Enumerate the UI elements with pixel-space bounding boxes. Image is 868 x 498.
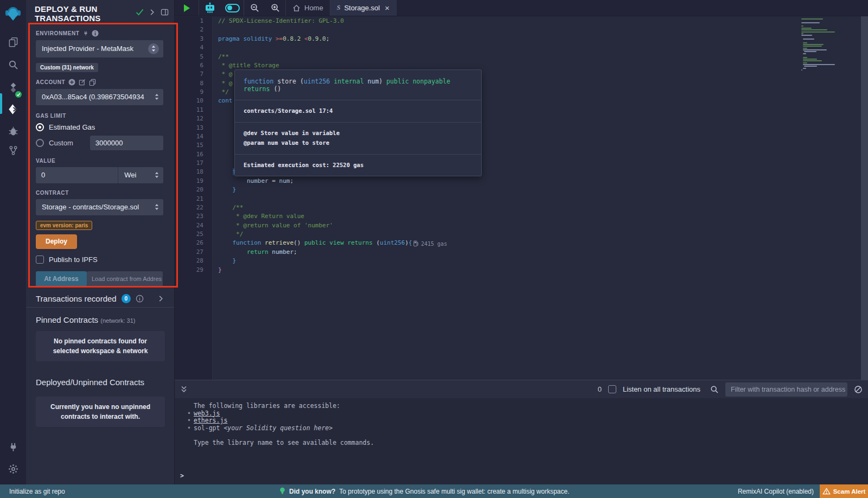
deploy-run-icon[interactable] [0, 99, 26, 119]
account-stepper-icon [155, 94, 159, 100]
unpinned-empty-state: Currently you have no unpinnedcontracts … [36, 397, 165, 427]
unit-stepper-icon [155, 172, 159, 178]
web3-link[interactable]: web3.js [194, 410, 220, 417]
panel-collapse-icon[interactable] [150, 9, 155, 16]
pinned-network-subtitle: (network: 31) [100, 317, 135, 324]
edit-account-icon[interactable] [79, 79, 86, 86]
contract-stepper-icon [155, 204, 159, 210]
terminal-tx-count: 0 [598, 385, 602, 393]
file-explorer-icon[interactable] [0, 31, 26, 52]
solidity-file-icon: S [337, 4, 341, 12]
terminal-search-icon[interactable] [710, 385, 719, 394]
ethers-link[interactable]: ethers.js [194, 417, 227, 424]
active-plugin-indicator [0, 93, 2, 114]
terminal-output: The following libraries are accessible: … [194, 403, 374, 447]
transactions-count-badge: 0 [122, 294, 131, 303]
unpinned-contracts-title: Deployed/Unpinned Contracts [36, 378, 163, 387]
home-icon [292, 4, 301, 12]
value-unit-select[interactable]: Wei [118, 167, 163, 183]
environment-info-icon[interactable] [92, 30, 99, 37]
value-label: VALUE [36, 158, 55, 164]
listen-transactions-label: Listen on all transactions [623, 385, 700, 393]
clear-console-icon[interactable] [854, 385, 863, 394]
pin-panel-icon[interactable] [161, 9, 169, 16]
tooltip-signature: function store (uint256 internal num) pu… [235, 70, 481, 100]
network-badge: Custom (31) network [36, 63, 98, 72]
git-icon[interactable] [0, 140, 26, 161]
did-you-know-tip: Did you know? To prototype using the Gno… [279, 487, 570, 495]
copy-account-icon[interactable] [89, 79, 96, 86]
terminal-intro-line: The following libraries are accessible: [194, 403, 374, 410]
estimated-gas-radio[interactable] [36, 123, 44, 131]
panel-title: DEPLOY & RUN TRANSACTIONS [35, 4, 119, 23]
terminal-collapse-icon[interactable] [180, 385, 188, 393]
plug-icon[interactable] [83, 30, 88, 36]
editor-minimap[interactable] [801, 18, 859, 71]
custom-gas-label: Custom [49, 139, 73, 147]
value-input[interactable]: 0 [36, 167, 118, 183]
icon-sidebar [0, 0, 26, 484]
terminal-header: 0 Listen on all transactions Filter with… [175, 380, 868, 398]
run-script-button[interactable] [175, 0, 199, 16]
gas-estimate-widget: 2415 gas [413, 240, 447, 247]
ai-copilot-icon[interactable] [199, 0, 221, 16]
plugin-manager-icon[interactable] [0, 437, 26, 457]
tab-home[interactable]: Home [286, 0, 330, 16]
panel-check-icon [136, 9, 144, 16]
estimated-gas-label: Estimated Gas [49, 123, 95, 131]
deploy-run-panel: DEPLOY & RUN TRANSACTIONS ENVIRONMENT [26, 0, 175, 484]
editor-tabbar: Home S Storage.sol × [175, 0, 868, 16]
status-bar: Initialize as git repo Did you know? To … [0, 484, 868, 498]
tooltip-location: contracts/Storage.sol 17:4 [235, 100, 481, 122]
add-account-icon[interactable] [68, 79, 75, 86]
transactions-expand-icon[interactable] [158, 295, 163, 302]
copilot-toggle[interactable] [221, 0, 244, 16]
hover-tooltip: function store (uint256 internal num) pu… [234, 69, 482, 176]
search-icon[interactable] [0, 54, 26, 75]
copilot-status[interactable]: RemixAI Copilot (enabled) [738, 488, 814, 495]
deploy-button[interactable]: Deploy [36, 234, 77, 249]
tab-storage-sol[interactable]: S Storage.sol × [330, 0, 396, 16]
terminal-outro-line: Type the library name to see available c… [194, 439, 374, 447]
solidity-compiler-icon[interactable] [0, 77, 26, 98]
lightbulb-icon [279, 487, 285, 495]
environment-stepper-icon [148, 43, 159, 54]
account-select[interactable]: 0xA03...85ac4 (0.398673504934 [36, 89, 163, 105]
at-address-input[interactable]: Load contract from Addres [87, 271, 163, 286]
listen-transactions-checkbox[interactable] [608, 385, 616, 393]
main-area: Home S Storage.sol × 1234567891011121314… [175, 0, 868, 484]
custom-gas-radio[interactable] [36, 139, 44, 147]
line-number-gutter: 1234567891011121314151617181920212223242… [175, 17, 213, 380]
tooltip-docs: @dev Store value in variable@param num v… [235, 123, 481, 154]
scam-alert-button[interactable]: Scam Alert [820, 484, 868, 498]
editor-scrollbar[interactable] [861, 16, 868, 380]
warning-triangle-icon [822, 488, 831, 495]
at-address-button[interactable]: At Address [36, 271, 87, 286]
pinned-contracts-title: Pinned Contracts (network: 31) [36, 315, 163, 324]
environment-select[interactable]: Injected Provider - MetaMask [36, 40, 163, 58]
custom-gas-input[interactable]: 3000000 [90, 136, 163, 150]
transactions-info-icon[interactable] [136, 295, 144, 303]
contract-select[interactable]: Storage - contracts/Storage.sol [36, 199, 163, 215]
close-tab-icon[interactable]: × [385, 4, 390, 12]
zoom-in-icon[interactable] [265, 0, 285, 16]
compile-success-badge [15, 91, 22, 98]
terminal[interactable]: The following libraries are accessible: … [175, 398, 868, 484]
terminal-filter-input[interactable]: Filter with transaction hash or address [725, 382, 847, 397]
environment-label: ENVIRONMENT [36, 30, 80, 36]
publish-ipfs-label: Publish to IPFS [49, 256, 98, 264]
gas-limit-label: GAS LIMIT [36, 113, 66, 119]
evm-version-badge: evm version: paris [36, 221, 92, 230]
zoom-out-icon[interactable] [244, 0, 265, 16]
tooltip-gas-cost: Estimated execution cost: 22520 gas [235, 155, 481, 176]
transactions-recorded-label: Transactions recorded [36, 294, 117, 303]
settings-gear-icon[interactable] [0, 458, 26, 479]
pinned-empty-state: No pinned contracts found forselected wo… [36, 331, 165, 361]
init-git-repo-item[interactable]: Initialize as git repo [9, 488, 65, 495]
remix-logo-icon[interactable] [0, 3, 26, 24]
panel-divider [26, 307, 174, 308]
terminal-prompt[interactable]: > [180, 473, 184, 480]
debugger-icon[interactable] [0, 120, 26, 141]
publish-ipfs-checkbox[interactable] [36, 256, 44, 264]
remix-ide-window: DEPLOY & RUN TRANSACTIONS ENVIRONMENT [0, 0, 868, 498]
